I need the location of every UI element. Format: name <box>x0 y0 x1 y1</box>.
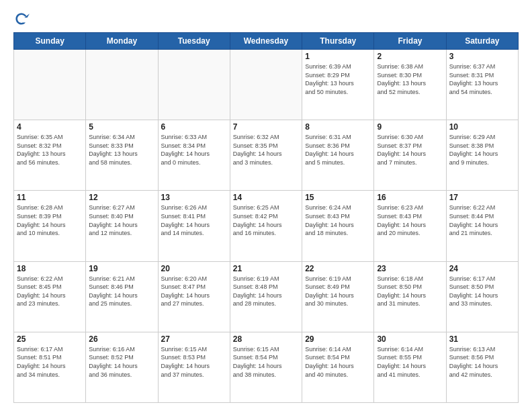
day-number: 17 <box>449 193 515 202</box>
day-number: 6 <box>161 122 227 132</box>
day-info: Sunrise: 6:24 AM Sunset: 8:43 PM Dayligh… <box>305 203 371 237</box>
calendar-cell: 6Sunrise: 6:33 AM Sunset: 8:34 PM Daylig… <box>158 120 230 191</box>
day-info: Sunrise: 6:38 AM Sunset: 8:30 PM Dayligh… <box>377 62 443 96</box>
calendar-cell: 27Sunrise: 6:15 AM Sunset: 8:53 PM Dayli… <box>158 332 230 402</box>
calendar-cell: 10Sunrise: 6:29 AM Sunset: 8:38 PM Dayli… <box>446 120 518 191</box>
calendar-week-row: 25Sunrise: 6:17 AM Sunset: 8:51 PM Dayli… <box>14 332 519 402</box>
day-info: Sunrise: 6:18 AM Sunset: 8:50 PM Dayligh… <box>377 275 443 308</box>
calendar-table: SundayMondayTuesdayWednesdayThursdayFrid… <box>13 32 519 403</box>
day-number: 3 <box>449 52 515 61</box>
calendar-cell: 28Sunrise: 6:15 AM Sunset: 8:54 PM Dayli… <box>230 332 302 402</box>
day-number: 28 <box>233 334 299 344</box>
day-info: Sunrise: 6:19 AM Sunset: 8:48 PM Dayligh… <box>233 275 299 308</box>
logo-icon <box>13 11 30 27</box>
calendar-cell: 16Sunrise: 6:23 AM Sunset: 8:43 PM Dayli… <box>374 191 446 261</box>
day-info: Sunrise: 6:25 AM Sunset: 8:42 PM Dayligh… <box>233 203 299 237</box>
day-info: Sunrise: 6:30 AM Sunset: 8:37 PM Dayligh… <box>377 133 443 167</box>
day-info: Sunrise: 6:17 AM Sunset: 8:51 PM Dayligh… <box>17 345 83 379</box>
weekday-header: Thursday <box>302 33 374 50</box>
calendar-cell: 2Sunrise: 6:38 AM Sunset: 8:30 PM Daylig… <box>374 50 446 120</box>
calendar-cell: 25Sunrise: 6:17 AM Sunset: 8:51 PM Dayli… <box>14 332 86 402</box>
calendar-cell: 18Sunrise: 6:22 AM Sunset: 8:45 PM Dayli… <box>14 261 86 332</box>
calendar-week-row: 11Sunrise: 6:28 AM Sunset: 8:39 PM Dayli… <box>14 191 519 261</box>
day-number: 16 <box>377 193 443 202</box>
page: SundayMondayTuesdayWednesdayThursdayFrid… <box>0 0 532 411</box>
calendar-cell: 26Sunrise: 6:16 AM Sunset: 8:52 PM Dayli… <box>86 332 158 402</box>
day-info: Sunrise: 6:14 AM Sunset: 8:54 PM Dayligh… <box>305 345 371 379</box>
weekday-header: Monday <box>86 33 158 50</box>
calendar-cell <box>14 50 86 120</box>
day-info: Sunrise: 6:20 AM Sunset: 8:47 PM Dayligh… <box>161 275 227 308</box>
day-number: 15 <box>305 193 371 202</box>
day-number: 9 <box>377 122 443 132</box>
calendar-cell: 4Sunrise: 6:35 AM Sunset: 8:32 PM Daylig… <box>14 120 86 191</box>
day-info: Sunrise: 6:35 AM Sunset: 8:32 PM Dayligh… <box>17 133 83 167</box>
day-number: 8 <box>305 122 371 132</box>
calendar-cell <box>86 50 158 120</box>
day-info: Sunrise: 6:17 AM Sunset: 8:50 PM Dayligh… <box>449 275 515 308</box>
day-info: Sunrise: 6:28 AM Sunset: 8:39 PM Dayligh… <box>17 203 83 237</box>
calendar-cell <box>158 50 230 120</box>
day-info: Sunrise: 6:39 AM Sunset: 8:29 PM Dayligh… <box>305 62 371 96</box>
day-number: 10 <box>449 122 515 132</box>
day-number: 22 <box>305 264 371 273</box>
calendar-cell <box>230 50 302 120</box>
day-number: 7 <box>233 122 299 132</box>
calendar-cell: 7Sunrise: 6:32 AM Sunset: 8:35 PM Daylig… <box>230 120 302 191</box>
calendar-cell: 11Sunrise: 6:28 AM Sunset: 8:39 PM Dayli… <box>14 191 86 261</box>
calendar-cell: 1Sunrise: 6:39 AM Sunset: 8:29 PM Daylig… <box>302 50 374 120</box>
weekday-header: Saturday <box>446 33 518 50</box>
day-number: 1 <box>305 52 371 61</box>
day-number: 21 <box>233 264 299 273</box>
header <box>13 11 519 27</box>
calendar-cell: 23Sunrise: 6:18 AM Sunset: 8:50 PM Dayli… <box>374 261 446 332</box>
day-number: 14 <box>233 193 299 202</box>
day-info: Sunrise: 6:15 AM Sunset: 8:53 PM Dayligh… <box>161 345 227 379</box>
day-number: 20 <box>161 264 227 273</box>
day-info: Sunrise: 6:32 AM Sunset: 8:35 PM Dayligh… <box>233 133 299 167</box>
weekday-header: Tuesday <box>158 33 230 50</box>
calendar-cell: 13Sunrise: 6:26 AM Sunset: 8:41 PM Dayli… <box>158 191 230 261</box>
calendar-cell: 19Sunrise: 6:21 AM Sunset: 8:46 PM Dayli… <box>86 261 158 332</box>
calendar-body: 1Sunrise: 6:39 AM Sunset: 8:29 PM Daylig… <box>14 50 519 403</box>
day-number: 27 <box>161 334 227 344</box>
calendar-cell: 8Sunrise: 6:31 AM Sunset: 8:36 PM Daylig… <box>302 120 374 191</box>
day-number: 26 <box>89 334 154 344</box>
calendar-cell: 30Sunrise: 6:14 AM Sunset: 8:55 PM Dayli… <box>374 332 446 402</box>
calendar-cell: 5Sunrise: 6:34 AM Sunset: 8:33 PM Daylig… <box>86 120 158 191</box>
calendar-week-row: 1Sunrise: 6:39 AM Sunset: 8:29 PM Daylig… <box>14 50 519 120</box>
day-number: 4 <box>17 122 83 132</box>
day-info: Sunrise: 6:26 AM Sunset: 8:41 PM Dayligh… <box>161 203 227 237</box>
calendar-cell: 21Sunrise: 6:19 AM Sunset: 8:48 PM Dayli… <box>230 261 302 332</box>
day-info: Sunrise: 6:37 AM Sunset: 8:31 PM Dayligh… <box>449 62 515 96</box>
day-number: 2 <box>377 52 443 61</box>
day-info: Sunrise: 6:15 AM Sunset: 8:54 PM Dayligh… <box>233 345 299 379</box>
calendar-cell: 20Sunrise: 6:20 AM Sunset: 8:47 PM Dayli… <box>158 261 230 332</box>
day-info: Sunrise: 6:27 AM Sunset: 8:40 PM Dayligh… <box>89 203 154 237</box>
calendar-cell: 9Sunrise: 6:30 AM Sunset: 8:37 PM Daylig… <box>374 120 446 191</box>
day-number: 12 <box>89 193 154 202</box>
day-info: Sunrise: 6:14 AM Sunset: 8:55 PM Dayligh… <box>377 345 443 379</box>
day-number: 30 <box>377 334 443 344</box>
weekday-row: SundayMondayTuesdayWednesdayThursdayFrid… <box>14 33 519 50</box>
day-info: Sunrise: 6:29 AM Sunset: 8:38 PM Dayligh… <box>449 133 515 167</box>
day-number: 23 <box>377 264 443 273</box>
calendar-cell: 29Sunrise: 6:14 AM Sunset: 8:54 PM Dayli… <box>302 332 374 402</box>
day-number: 19 <box>89 264 154 273</box>
day-info: Sunrise: 6:22 AM Sunset: 8:45 PM Dayligh… <box>17 275 83 308</box>
calendar-cell: 24Sunrise: 6:17 AM Sunset: 8:50 PM Dayli… <box>446 261 518 332</box>
day-info: Sunrise: 6:13 AM Sunset: 8:56 PM Dayligh… <box>449 345 515 379</box>
day-info: Sunrise: 6:23 AM Sunset: 8:43 PM Dayligh… <box>377 203 443 237</box>
day-info: Sunrise: 6:33 AM Sunset: 8:34 PM Dayligh… <box>161 133 227 167</box>
day-info: Sunrise: 6:34 AM Sunset: 8:33 PM Dayligh… <box>89 133 154 167</box>
calendar-cell: 31Sunrise: 6:13 AM Sunset: 8:56 PM Dayli… <box>446 332 518 402</box>
calendar-header: SundayMondayTuesdayWednesdayThursdayFrid… <box>14 33 519 50</box>
day-number: 5 <box>89 122 154 132</box>
day-number: 18 <box>17 264 83 273</box>
calendar-cell: 15Sunrise: 6:24 AM Sunset: 8:43 PM Dayli… <box>302 191 374 261</box>
day-info: Sunrise: 6:16 AM Sunset: 8:52 PM Dayligh… <box>89 345 154 379</box>
calendar-cell: 14Sunrise: 6:25 AM Sunset: 8:42 PM Dayli… <box>230 191 302 261</box>
calendar-cell: 17Sunrise: 6:22 AM Sunset: 8:44 PM Dayli… <box>446 191 518 261</box>
logo <box>13 11 32 27</box>
day-number: 11 <box>17 193 83 202</box>
